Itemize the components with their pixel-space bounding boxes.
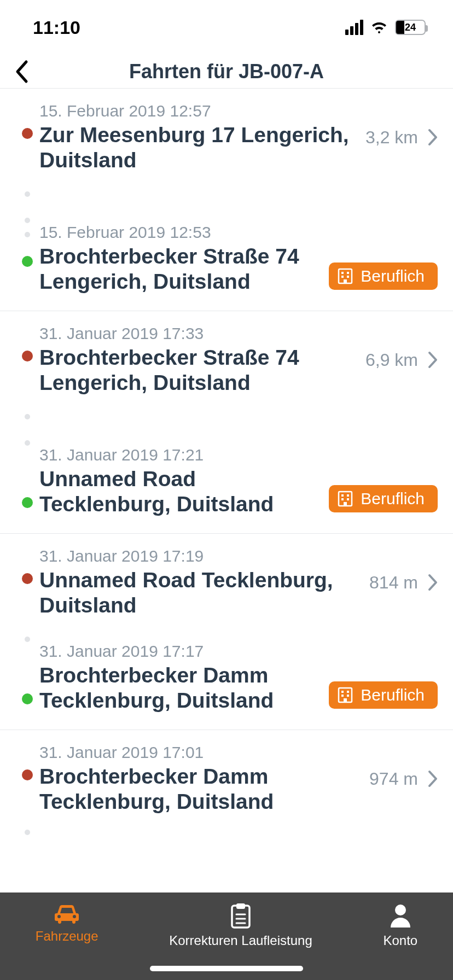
start-dot-icon <box>22 351 33 361</box>
trip-end-timestamp: 31. Januar 2019 17:17 <box>39 642 322 661</box>
wifi-icon <box>370 20 388 34</box>
svg-rect-9 <box>341 498 344 500</box>
svg-rect-1 <box>341 272 344 274</box>
tab-label: Fahrzeuge <box>36 929 98 944</box>
trip-group[interactable]: 31. Januar 2019 17:33 Brochterbecker Str… <box>0 311 453 534</box>
clipboard-icon <box>229 902 253 929</box>
chevron-left-icon <box>14 60 30 84</box>
route-dot-icon <box>25 440 30 446</box>
tab-label: Korrekturen Laufleistung <box>169 933 312 948</box>
category-badge[interactable]: Beruflich <box>329 485 438 512</box>
category-label: Beruflich <box>361 267 425 285</box>
trip-start-address: Brochterbecker Damm Tecklenburg, Duitsla… <box>39 764 363 814</box>
tab-bar: Fahrzeuge Korrekturen Laufleistung Konto <box>0 892 453 980</box>
end-dot-icon <box>22 693 33 704</box>
trip-distance: 974 m <box>369 769 418 789</box>
svg-rect-16 <box>347 695 349 697</box>
trip-group[interactable]: 31. Januar 2019 17:01 Brochterbecker Dam… <box>0 730 453 851</box>
tab-label: Konto <box>383 933 417 948</box>
building-icon <box>338 687 353 703</box>
building-icon <box>338 268 353 284</box>
category-label: Beruflich <box>361 489 425 508</box>
building-icon <box>338 491 353 507</box>
route-dot-icon <box>25 191 30 197</box>
trip-list: 15. Februar 2019 12:57 Zur Meesenburg 17… <box>0 89 453 851</box>
battery-percentage: 24 <box>396 22 425 33</box>
route-dot-icon <box>25 414 30 419</box>
category-badge[interactable]: Beruflich <box>329 681 438 709</box>
svg-point-23 <box>395 905 406 915</box>
svg-rect-7 <box>341 494 344 497</box>
user-icon <box>388 902 413 929</box>
start-dot-icon <box>22 573 33 584</box>
svg-rect-4 <box>347 276 349 278</box>
status-bar: 11:10 24 <box>0 0 453 55</box>
trip-start-address: Brochterbecker Straße 74 Lengerich, Duit… <box>39 345 359 395</box>
status-right: 24 <box>345 20 426 35</box>
trip-start-timestamp: 31. Januar 2019 17:19 <box>39 547 363 565</box>
svg-rect-3 <box>341 276 344 278</box>
cellular-icon <box>345 20 363 35</box>
battery-icon: 24 <box>395 20 426 35</box>
trip-distance: 6,9 km <box>365 350 418 370</box>
svg-rect-15 <box>341 695 344 697</box>
header: Fahrten für JB-007-A <box>0 55 453 89</box>
svg-rect-8 <box>347 494 349 497</box>
tab-vehicles[interactable]: Fahrzeuge <box>36 902 98 944</box>
trip-start-address: Zur Meesenburg 17 Lengerich, Duitsland <box>39 122 359 173</box>
car-icon <box>52 902 82 924</box>
back-button[interactable] <box>5 55 38 88</box>
trip-group[interactable]: 15. Februar 2019 12:57 Zur Meesenburg 17… <box>0 89 453 311</box>
route-dot-icon <box>25 232 30 237</box>
trip-distance: 3,2 km <box>365 127 418 148</box>
tab-corrections[interactable]: Korrekturen Laufleistung <box>169 902 312 948</box>
chevron-right-icon <box>428 351 438 369</box>
tab-account[interactable]: Konto <box>383 902 417 948</box>
trip-start-timestamp: 31. Januar 2019 17:33 <box>39 324 359 343</box>
category-badge[interactable]: Beruflich <box>329 262 438 290</box>
end-dot-icon <box>22 256 33 267</box>
route-dot-icon <box>25 830 30 835</box>
svg-rect-19 <box>236 903 245 909</box>
home-indicator <box>150 966 303 971</box>
route-dot-icon <box>25 637 30 642</box>
status-time: 11:10 <box>33 17 80 38</box>
svg-rect-5 <box>344 279 347 283</box>
route-dot-icon <box>25 218 30 223</box>
start-dot-icon <box>22 128 33 139</box>
svg-rect-2 <box>347 272 349 274</box>
chevron-right-icon <box>428 574 438 591</box>
trip-start-address: Unnamed Road Tecklenburg, Duitsland <box>39 568 363 618</box>
trip-start-timestamp: 31. Januar 2019 17:01 <box>39 743 363 762</box>
end-dot-icon <box>22 497 33 508</box>
chevron-right-icon <box>428 129 438 146</box>
trip-end-address: Brochterbecker Straße 74 Lengerich, Duit… <box>39 244 322 294</box>
svg-rect-17 <box>344 698 347 702</box>
page-title: Fahrten für JB-007-A <box>129 60 324 83</box>
svg-rect-11 <box>344 502 347 506</box>
trip-end-timestamp: 31. Januar 2019 17:21 <box>39 446 322 464</box>
svg-rect-14 <box>347 691 349 693</box>
svg-rect-13 <box>341 691 344 693</box>
trip-group[interactable]: 31. Januar 2019 17:19 Unnamed Road Teckl… <box>0 534 453 730</box>
trip-end-address: Brochterbecker Damm Tecklenburg, Duitsla… <box>39 663 322 713</box>
svg-rect-10 <box>347 498 349 500</box>
chevron-right-icon <box>428 770 438 788</box>
category-label: Beruflich <box>361 686 425 704</box>
trip-end-address: Unnamed Road Tecklenburg, Duitsland <box>39 466 322 517</box>
trip-distance: 814 m <box>369 573 418 593</box>
trip-end-timestamp: 15. Februar 2019 12:53 <box>39 223 322 242</box>
start-dot-icon <box>22 769 33 780</box>
trip-start-timestamp: 15. Februar 2019 12:57 <box>39 102 359 120</box>
